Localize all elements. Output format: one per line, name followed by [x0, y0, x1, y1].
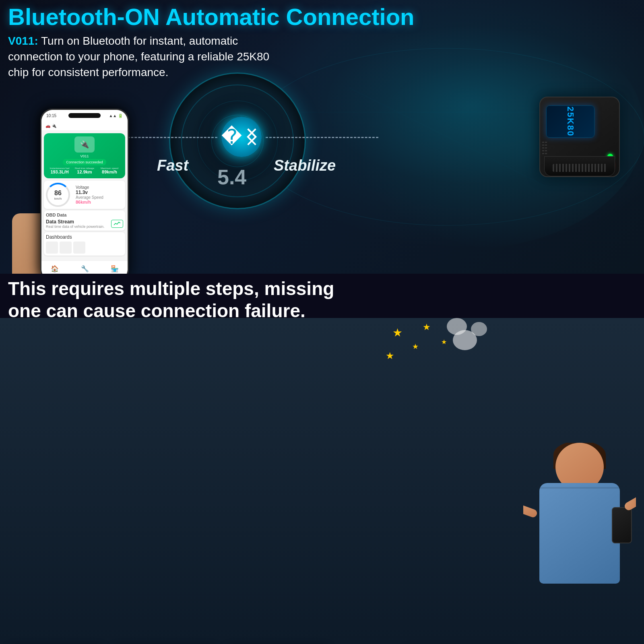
speed-unit: km/h — [54, 197, 62, 200]
speed-gauge: 86 km/h — [46, 183, 70, 207]
star-5: ★ — [441, 338, 447, 346]
stabilize-label: Stabilize — [274, 157, 336, 174]
nav-diagnostics-label: Diagnostics — [76, 273, 93, 274]
max-speed-label: Maximum speed — [97, 167, 122, 169]
dashboards-section: Dashboards — [44, 232, 125, 256]
fuel-value: 193.3L/H — [47, 169, 72, 174]
obd-connector — [544, 156, 615, 176]
bottom-section: Traditional is really troublesome !!! ★ … — [0, 318, 644, 644]
obd-device: 25K80 — [539, 97, 620, 177]
home-icon: 🏠 — [51, 265, 59, 272]
speed-section: 86 km/h Voltage 11.3v Average Speed 86km… — [44, 181, 125, 209]
mileage-value: 12.9km — [72, 169, 97, 174]
v011-label: V011: — [8, 35, 38, 47]
person-image — [523, 443, 636, 644]
subtitle-text: Turn on Bluetooth for instant, automatic… — [8, 35, 269, 78]
fuel-label: Instantaneous fuel — [47, 167, 72, 169]
nav-home-label: Home — [50, 273, 59, 274]
bottom-caption: This requires multiple steps, missing on… — [8, 278, 491, 322]
speed-value: 86 — [54, 190, 62, 197]
star-3: ★ — [423, 322, 431, 332]
voltage-label: Voltage — [76, 185, 123, 190]
obd-data-section: OBD Data Data Stream Real time data of v… — [44, 211, 125, 231]
fast-label: Fast — [157, 157, 188, 174]
nav-store-label: Store — [111, 273, 119, 274]
bt-version-label: 5.4 — [217, 165, 246, 189]
star-4: ★ — [386, 350, 394, 361]
diagnostics-icon: 🔧 — [81, 265, 89, 272]
voltage-value: 11.3v — [76, 190, 123, 195]
obd-screen: 25K80 — [546, 105, 594, 138]
data-stream-label: Data Stream — [46, 219, 105, 225]
star-2: ★ — [412, 342, 419, 351]
obd-status-card: 🔌 V011 Connection succeeded Instantaneou… — [44, 133, 125, 178]
obd-data-label: OBD Data — [46, 213, 123, 217]
chip-label: 25K80 — [565, 107, 576, 137]
bluetooth-icon: � — [221, 117, 262, 157]
connector-pins — [553, 164, 607, 172]
max-speed-value: 89km/h — [97, 169, 122, 174]
person-body — [539, 483, 620, 584]
app-title: 🚗 🔌 — [45, 124, 56, 128]
device-label: V011 — [47, 154, 122, 158]
status-icons: ▲▲ 🔋 — [109, 114, 123, 118]
smoke-2 — [471, 322, 487, 336]
nav-diagnostics[interactable]: 🔧 Diagnostics — [76, 265, 93, 274]
phone-screen: 10:15 ▲▲ 🔋 🚗 🔌 🔌 V011 Connection succeed… — [41, 110, 128, 274]
avg-speed-value: 86km/h — [76, 200, 123, 204]
connection-status: Connection succeeded — [63, 159, 106, 165]
dotted-line-right — [266, 137, 378, 138]
nav-store[interactable]: 🏪 Store — [111, 265, 119, 274]
person-phone — [612, 507, 632, 543]
phone-notch — [68, 113, 101, 118]
time-display: 10:15 — [46, 114, 56, 118]
dashboards-label: Dashboards — [46, 234, 123, 240]
app-header: 🚗 🔌 — [41, 121, 128, 131]
header-title: Bluetooth-ON Automatic Connection — [8, 4, 415, 30]
phone-mockup: 10:15 ▲▲ 🔋 🚗 🔌 🔌 V011 Connection succeed… — [40, 109, 129, 274]
header-subtitle: V011: Turn on Bluetooth for instant, aut… — [8, 33, 282, 80]
bottom-nav[interactable]: 🏠 Home 🔧 Diagnostics 🏪 Store — [41, 260, 128, 274]
data-stream-sub: Real time data of vehicle powertrain. — [46, 225, 105, 229]
mileage-label: Real time mileage — [72, 167, 97, 169]
star-1: ★ — [392, 326, 402, 339]
chart-icon — [111, 220, 123, 228]
avg-speed-label: Average Speed — [76, 195, 123, 200]
nav-home[interactable]: 🏠 Home — [50, 265, 59, 274]
caption-line1: This requires multiple steps, missing — [8, 278, 491, 300]
header-text: Bluetooth-ON Automatic Connection V011: … — [8, 4, 415, 80]
caption-line2: one can cause connection failure. — [8, 300, 491, 322]
obd-image: 🔌 — [74, 136, 95, 153]
store-icon: 🏪 — [111, 265, 119, 272]
arm-left — [523, 504, 538, 518]
top-section: � 5.4 Fast Stabilize 25K80 Bluetooth-ON … — [0, 0, 644, 274]
